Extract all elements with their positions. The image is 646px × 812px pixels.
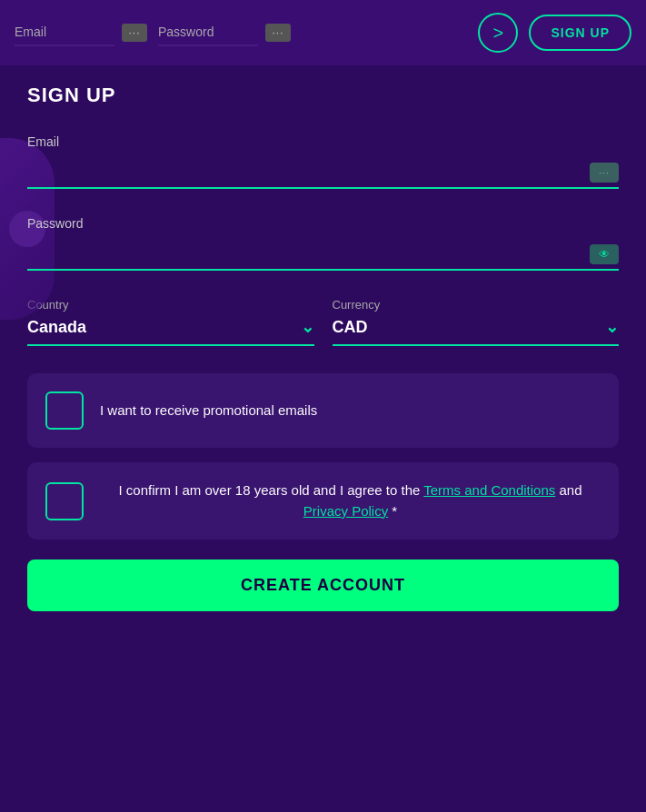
dropdowns-row: Country Canada ⌄ Currency CAD ⌄: [27, 298, 619, 346]
terms-pre-text: I confirm I am over 18 years old and I a…: [118, 482, 423, 498]
password-label: Password: [27, 216, 619, 231]
promo-checkbox-card[interactable]: I want to receive promotional emails: [27, 373, 619, 448]
main-content: SIGN UP Email ··· Password 👁 Country Can…: [0, 65, 646, 639]
email-label: Email: [27, 134, 619, 149]
email-dots-icon[interactable]: ···: [122, 24, 147, 42]
email-nav-group: ···: [15, 19, 147, 46]
password-field-group: Password 👁: [27, 216, 619, 271]
email-input-wrap: ···: [27, 156, 619, 189]
password-input[interactable]: [27, 238, 619, 271]
privacy-link[interactable]: Privacy Policy: [303, 503, 388, 519]
currency-dropdown[interactable]: CAD ⌄: [333, 317, 620, 346]
country-label: Country: [27, 298, 314, 312]
currency-chevron-icon: ⌄: [605, 317, 619, 337]
create-account-button[interactable]: CREATE ACCOUNT: [27, 559, 619, 611]
email-input[interactable]: [27, 156, 619, 189]
email-field-group: Email ···: [27, 134, 619, 189]
promo-checkbox[interactable]: [45, 391, 84, 430]
country-chevron-icon: ⌄: [301, 317, 314, 337]
top-password-input[interactable]: [158, 19, 258, 46]
password-input-wrap: 👁: [27, 238, 619, 271]
password-visibility-icon[interactable]: 👁: [590, 244, 619, 264]
terms-mid-text: and: [555, 482, 581, 498]
country-value: Canada: [27, 318, 86, 337]
promo-checkbox-label: I want to receive promotional emails: [100, 401, 317, 421]
email-visibility-icon[interactable]: ···: [590, 163, 619, 183]
terms-checkbox-card[interactable]: I confirm I am over 18 years old and I a…: [27, 462, 619, 540]
currency-value: CAD: [333, 318, 368, 337]
top-signup-button[interactable]: SIGN UP: [529, 15, 631, 51]
terms-link[interactable]: Terms and Conditions: [423, 482, 555, 498]
top-bar: ··· ··· > SIGN UP: [0, 0, 646, 65]
currency-label: Currency: [333, 298, 620, 312]
page-title: SIGN UP: [27, 84, 619, 107]
country-dropdown-group: Country Canada ⌄: [27, 298, 314, 346]
terms-checkbox[interactable]: [45, 482, 84, 520]
terms-post-text: *: [388, 503, 397, 519]
terms-checkbox-label: I confirm I am over 18 years old and I a…: [100, 480, 601, 521]
top-email-input[interactable]: [15, 19, 114, 46]
nav-arrow-button[interactable]: >: [478, 13, 518, 53]
password-nav-group: ···: [158, 19, 291, 46]
country-dropdown[interactable]: Canada ⌄: [27, 317, 314, 346]
currency-dropdown-group: Currency CAD ⌄: [333, 298, 620, 346]
password-dots-icon[interactable]: ···: [265, 24, 291, 42]
